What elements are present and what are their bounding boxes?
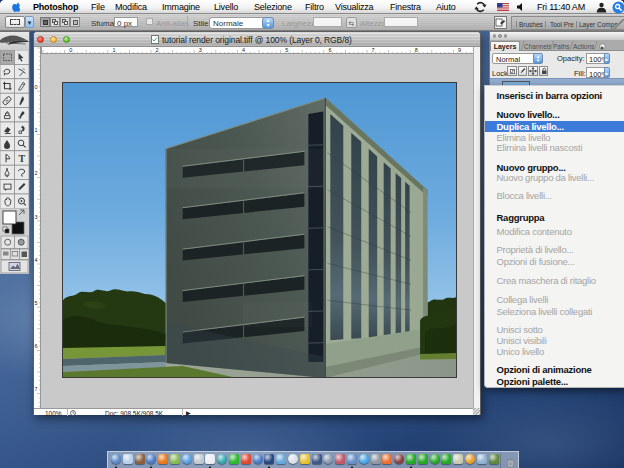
svg-text:6: 6: [328, 47, 331, 53]
svg-text:4: 4: [35, 257, 38, 263]
svg-text:7: 7: [35, 386, 38, 392]
svg-text:6: 6: [35, 343, 38, 349]
svg-text:8: 8: [415, 47, 418, 53]
svg-text:7: 7: [372, 47, 375, 53]
svg-text:T: T: [19, 153, 26, 164]
svg-text:2: 2: [35, 170, 38, 176]
svg-text:1: 1: [35, 127, 38, 133]
svg-text:3: 3: [199, 47, 202, 53]
svg-text:3: 3: [35, 214, 38, 220]
svg-text:5: 5: [285, 47, 288, 53]
svg-text:1: 1: [112, 47, 115, 53]
svg-text:0: 0: [69, 47, 72, 53]
svg-text:9: 9: [458, 47, 461, 53]
svg-text:0: 0: [35, 84, 38, 90]
svg-text:4: 4: [242, 47, 245, 53]
svg-text:2: 2: [156, 47, 159, 53]
svg-text:5: 5: [35, 300, 38, 306]
